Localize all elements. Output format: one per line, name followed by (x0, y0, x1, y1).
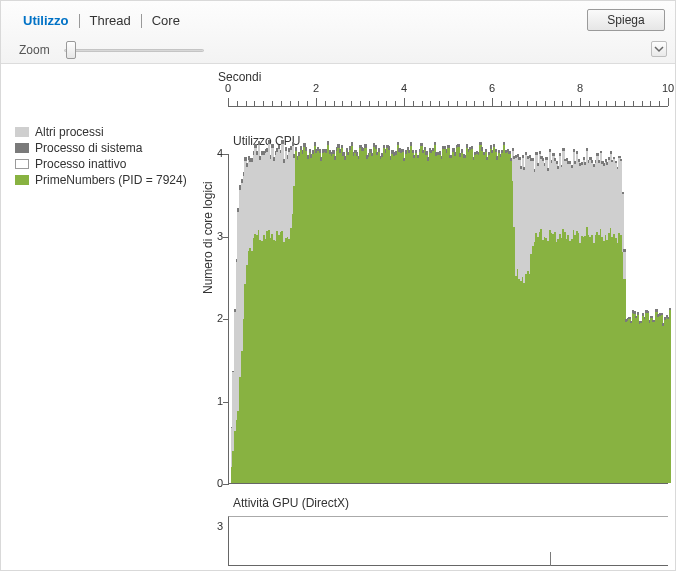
explain-button[interactable]: Spiega (587, 9, 665, 31)
slider-thumb[interactable] (66, 41, 76, 59)
legend-item-other: Altri processi (15, 124, 187, 140)
legend-item-prime: PrimeNumbers (PID = 7924) (15, 172, 187, 188)
swatch-prime (15, 175, 29, 185)
legend-item-idle: Processo inattivo (15, 156, 187, 172)
legend: Altri processi Processo di sistema Proce… (15, 124, 187, 188)
gpu-chart[interactable]: 3 (228, 516, 668, 566)
ruler-baseline (228, 106, 668, 107)
toolbar: Utilizzo Thread Core Spiega Zoom (1, 1, 675, 64)
legend-label: Processo inattivo (35, 157, 126, 171)
tab-core[interactable]: Core (142, 11, 190, 30)
swatch-other (15, 127, 29, 137)
tab-utilizzo[interactable]: Utilizzo (13, 11, 79, 30)
plot-area: Secondi 0246810 Altri processi Processo … (1, 64, 675, 570)
slider-track (64, 49, 204, 52)
cpu-chart[interactable]: 01234 (228, 154, 668, 484)
swatch-system (15, 143, 29, 153)
legend-label: Processo di sistema (35, 141, 142, 155)
legend-item-system: Processo di sistema (15, 140, 187, 156)
profiler-window: Utilizzo Thread Core Spiega Zoom Secondi… (0, 0, 676, 571)
zoom-label: Zoom (19, 43, 50, 57)
tab-thread[interactable]: Thread (80, 11, 141, 30)
zoom-control: Zoom (19, 41, 204, 59)
legend-label: Altri processi (35, 125, 104, 139)
time-ruler[interactable]: 0246810 (228, 86, 668, 114)
view-tabs: Utilizzo Thread Core (13, 11, 190, 30)
scroll-down-button[interactable] (651, 41, 667, 57)
swatch-idle (15, 159, 29, 169)
gpu-chart-title: Attività GPU (DirectX) (233, 496, 349, 510)
zoom-slider[interactable] (64, 41, 204, 59)
legend-label: PrimeNumbers (PID = 7924) (35, 173, 187, 187)
